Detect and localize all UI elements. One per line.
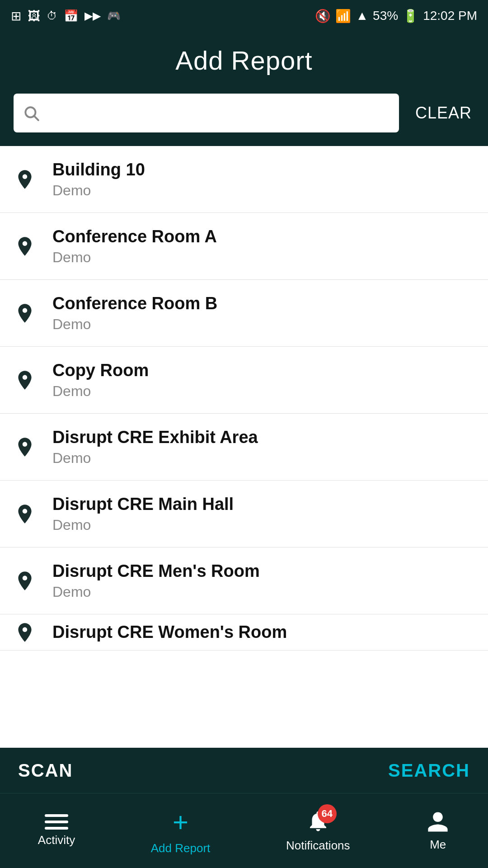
- search-input[interactable]: [47, 104, 390, 122]
- location-sub: Demo: [52, 316, 217, 333]
- bottom-action-bar: SCAN SEARCH: [0, 748, 488, 793]
- hamburger-icon: [45, 814, 68, 830]
- media-icon: ▶▶: [84, 9, 101, 22]
- location-sub: Demo: [52, 182, 145, 199]
- nav-label-add-report: Add Report: [151, 841, 211, 855]
- list-item[interactable]: Disrupt CRE Main Hall Demo: [0, 481, 488, 547]
- game-icon: 🎮: [107, 9, 121, 22]
- location-name: Conference Room B: [52, 293, 217, 314]
- search-icon: [23, 104, 40, 122]
- status-right-info: 🔇 📶 ▲ 53% 🔋 12:02 PM: [315, 9, 477, 24]
- list-item-partial[interactable]: Disrupt CRE Women's Room: [0, 614, 488, 651]
- calendar-icon: 📅: [64, 9, 78, 23]
- search-input-wrapper[interactable]: [14, 94, 399, 132]
- location-sub: Demo: [52, 383, 149, 400]
- bottom-nav: Activity + Add Report 64 Notifications M…: [0, 793, 488, 868]
- location-icon: [14, 503, 36, 525]
- search-button[interactable]: SEARCH: [388, 760, 470, 781]
- location-name: Building 10: [52, 160, 145, 180]
- timer-icon: ⏱: [47, 9, 57, 22]
- notification-wrapper: 64: [306, 809, 330, 835]
- list-item[interactable]: Disrupt CRE Men's Room Demo: [0, 547, 488, 614]
- location-sub: Demo: [52, 584, 260, 600]
- location-name: Disrupt CRE Women's Room: [52, 622, 287, 643]
- location-icon: [14, 621, 36, 644]
- header: Add Report: [0, 32, 488, 94]
- location-icon: [14, 302, 36, 325]
- clock: 12:02 PM: [423, 9, 477, 23]
- location-sub: Demo: [52, 450, 258, 467]
- list-item[interactable]: Conference Room A Demo: [0, 213, 488, 280]
- battery-percent: 53%: [373, 9, 398, 23]
- image-icon: 🖼: [28, 9, 40, 24]
- location-name: Disrupt CRE Main Hall: [52, 494, 234, 515]
- battery-icon: 🔋: [403, 9, 418, 24]
- add-icon: +: [173, 807, 188, 838]
- search-bar-container: CLEAR: [0, 94, 488, 146]
- scan-button[interactable]: SCAN: [18, 760, 73, 781]
- list-item[interactable]: Building 10 Demo: [0, 146, 488, 213]
- location-icon: [14, 570, 36, 592]
- notification-badge: 64: [318, 804, 337, 823]
- svg-line-1: [34, 116, 38, 120]
- clear-button[interactable]: CLEAR: [399, 104, 488, 123]
- list-item[interactable]: Copy Room Demo: [0, 347, 488, 414]
- mute-icon: 🔇: [315, 9, 331, 24]
- signal-icon: ▲: [356, 9, 368, 23]
- nav-item-activity[interactable]: Activity: [38, 814, 75, 847]
- location-name: Copy Room: [52, 360, 149, 381]
- list-item[interactable]: Disrupt CRE Exhibit Area Demo: [0, 414, 488, 481]
- list-item[interactable]: Conference Room B Demo: [0, 280, 488, 347]
- location-name: Disrupt CRE Men's Room: [52, 561, 260, 582]
- page-title: Add Report: [0, 45, 488, 75]
- location-name: Conference Room A: [52, 226, 217, 247]
- status-bar: ⊞ 🖼 ⏱ 📅 ▶▶ 🎮 🔇 📶 ▲ 53% 🔋 12:02 PM: [0, 0, 488, 32]
- locations-list: Building 10 Demo Conference Room A Demo …: [0, 146, 488, 651]
- location-icon: [14, 369, 36, 392]
- location-name: Disrupt CRE Exhibit Area: [52, 427, 258, 448]
- add-icon: ⊞: [11, 9, 21, 24]
- nav-item-me[interactable]: Me: [426, 810, 450, 852]
- location-icon: [14, 436, 36, 458]
- location-icon: [14, 168, 36, 191]
- status-left-icons: ⊞ 🖼 ⏱ 📅 ▶▶ 🎮: [11, 9, 121, 24]
- nav-label-me: Me: [430, 838, 446, 852]
- location-sub: Demo: [52, 249, 217, 266]
- location-sub: Demo: [52, 517, 234, 533]
- nav-item-add-report[interactable]: + Add Report: [151, 807, 211, 855]
- nav-item-notifications[interactable]: 64 Notifications: [286, 809, 350, 853]
- location-icon: [14, 235, 36, 258]
- person-icon: [426, 810, 450, 834]
- nav-label-activity: Activity: [38, 833, 75, 847]
- nav-label-notifications: Notifications: [286, 839, 350, 853]
- wifi-icon: 📶: [335, 9, 351, 24]
